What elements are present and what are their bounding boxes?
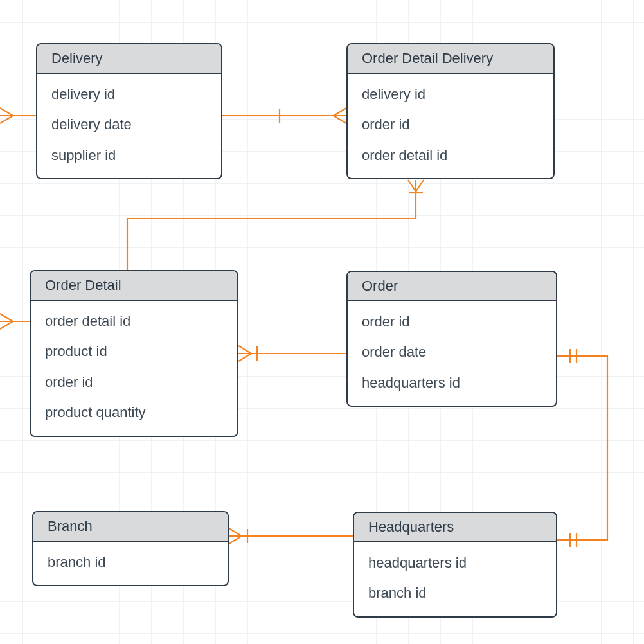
entity-body: delivery id order id order detail id [348,74,553,179]
entity-attr: order detail id [45,306,223,337]
entity-attr: delivery id [362,79,539,110]
entity-attr: branch id [48,547,213,578]
entity-header: Delivery [37,44,221,74]
entity-attr: order detail id [362,140,539,171]
entity-attr: headquarters id [362,368,542,398]
entity-attr: delivery id [51,79,207,110]
entity-attr: order id [362,109,539,140]
entity-order-detail-delivery[interactable]: Order Detail Delivery delivery id order … [346,43,555,179]
entity-body: order detail id product id order id prod… [31,301,237,436]
entity-attr: delivery date [51,109,207,140]
entity-headquarters[interactable]: Headquarters headquarters id branch id [353,512,557,618]
entity-body: headquarters id branch id [354,542,556,616]
entity-order[interactable]: Order order id order date headquarters i… [346,271,557,407]
entity-body: order id order date headquarters id [348,301,556,406]
entity-attr: order date [362,337,542,368]
entity-attr: supplier id [51,140,207,171]
entity-attr: order id [45,367,223,398]
entity-body: delivery id delivery date supplier id [37,74,221,179]
entity-attr: headquarters id [368,548,542,578]
entity-body: branch id [33,542,228,586]
entity-header: Order Detail Delivery [348,44,553,74]
entity-order-detail[interactable]: Order Detail order detail id product id … [30,270,238,437]
entity-attr: branch id [368,578,542,609]
entity-attr: order id [362,307,542,337]
entity-attr: product quantity [45,397,223,428]
entity-header: Order [348,272,556,301]
entity-header: Headquarters [354,513,556,542]
entity-attr: product id [45,336,223,367]
diagram-canvas[interactable]: Delivery delivery id delivery date suppl… [0,0,644,644]
entity-branch[interactable]: Branch branch id [32,511,229,586]
entity-header: Order Detail [31,271,237,301]
entity-header: Branch [33,512,228,542]
entity-delivery[interactable]: Delivery delivery id delivery date suppl… [36,43,222,179]
